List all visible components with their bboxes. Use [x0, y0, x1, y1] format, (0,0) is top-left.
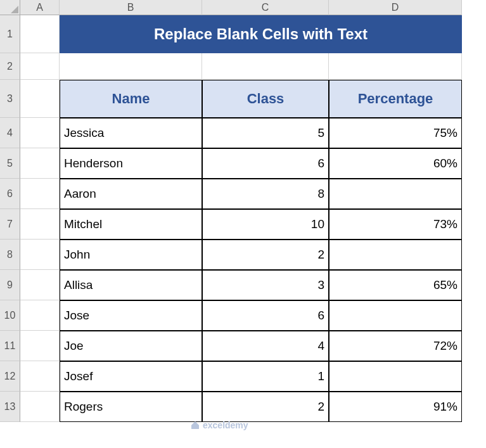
cell[interactable] [329, 53, 462, 80]
data-cell-class[interactable]: 2 [202, 392, 329, 422]
row-header-4[interactable]: 4 [0, 118, 20, 148]
cell[interactable] [20, 300, 60, 331]
cell[interactable] [60, 53, 202, 80]
column-headers: ABCD [20, 0, 462, 15]
row-header-2[interactable]: 2 [0, 53, 20, 80]
row-header-1[interactable]: 1 [0, 15, 20, 53]
select-all-corner[interactable] [0, 0, 20, 15]
data-cell-percentage[interactable]: 60% [329, 148, 462, 179]
cell[interactable] [20, 148, 60, 179]
cell[interactable] [20, 53, 60, 80]
data-cell-name[interactable]: Mitchel [60, 209, 202, 240]
data-cell-class[interactable]: 2 [202, 240, 329, 270]
cell[interactable] [202, 53, 329, 80]
table-header-percentage[interactable]: Percentage [329, 80, 462, 118]
data-cell-name[interactable]: Henderson [60, 148, 202, 179]
data-cell-class[interactable]: 5 [202, 118, 329, 148]
column-header-C[interactable]: C [202, 0, 329, 15]
data-cell-percentage[interactable] [329, 240, 462, 270]
cell[interactable] [20, 392, 60, 422]
column-header-A[interactable]: A [20, 0, 60, 15]
row-header-11[interactable]: 11 [0, 331, 20, 361]
row-header-7[interactable]: 7 [0, 209, 20, 240]
data-cell-percentage[interactable] [329, 300, 462, 331]
cell[interactable] [20, 331, 60, 361]
data-cell-name[interactable]: Aaron [60, 179, 202, 209]
column-header-D[interactable]: D [329, 0, 462, 15]
data-cell-class[interactable]: 8 [202, 179, 329, 209]
data-cell-name[interactable]: Joe [60, 331, 202, 361]
data-cell-percentage[interactable]: 75% [329, 118, 462, 148]
spreadsheet-grid: Replace Blank Cells with TextNameClassPe… [20, 15, 462, 422]
data-cell-name[interactable]: Rogers [60, 392, 202, 422]
data-cell-class[interactable]: 10 [202, 209, 329, 240]
data-cell-percentage[interactable]: 65% [329, 270, 462, 300]
data-cell-class[interactable]: 3 [202, 270, 329, 300]
data-cell-class[interactable]: 6 [202, 148, 329, 179]
table-header-class[interactable]: Class [202, 80, 329, 118]
data-cell-percentage[interactable] [329, 179, 462, 209]
data-cell-name[interactable]: John [60, 240, 202, 270]
cell[interactable] [20, 15, 60, 53]
data-cell-class[interactable]: 6 [202, 300, 329, 331]
row-header-9[interactable]: 9 [0, 270, 20, 300]
data-cell-percentage[interactable] [329, 361, 462, 392]
data-cell-percentage[interactable]: 73% [329, 209, 462, 240]
data-cell-percentage[interactable]: 91% [329, 392, 462, 422]
column-header-B[interactable]: B [60, 0, 202, 15]
title-cell[interactable]: Replace Blank Cells with Text [60, 15, 462, 53]
row-header-12[interactable]: 12 [0, 361, 20, 392]
data-cell-class[interactable]: 4 [202, 331, 329, 361]
cell[interactable] [20, 361, 60, 392]
cell[interactable] [20, 240, 60, 270]
cell[interactable] [20, 209, 60, 240]
cell[interactable] [20, 118, 60, 148]
data-cell-name[interactable]: Jose [60, 300, 202, 331]
row-header-8[interactable]: 8 [0, 240, 20, 270]
cell[interactable] [20, 179, 60, 209]
data-cell-name[interactable]: Josef [60, 361, 202, 392]
table-header-name[interactable]: Name [60, 80, 202, 118]
cell[interactable] [20, 270, 60, 300]
row-headers: 12345678910111213 [0, 15, 20, 422]
row-header-6[interactable]: 6 [0, 179, 20, 209]
row-header-3[interactable]: 3 [0, 80, 20, 118]
data-cell-name[interactable]: Jessica [60, 118, 202, 148]
row-header-10[interactable]: 10 [0, 300, 20, 331]
row-header-5[interactable]: 5 [0, 148, 20, 179]
data-cell-percentage[interactable]: 72% [329, 331, 462, 361]
data-cell-class[interactable]: 1 [202, 361, 329, 392]
data-cell-name[interactable]: Allisa [60, 270, 202, 300]
cell[interactable] [20, 80, 60, 118]
row-header-13[interactable]: 13 [0, 392, 20, 422]
